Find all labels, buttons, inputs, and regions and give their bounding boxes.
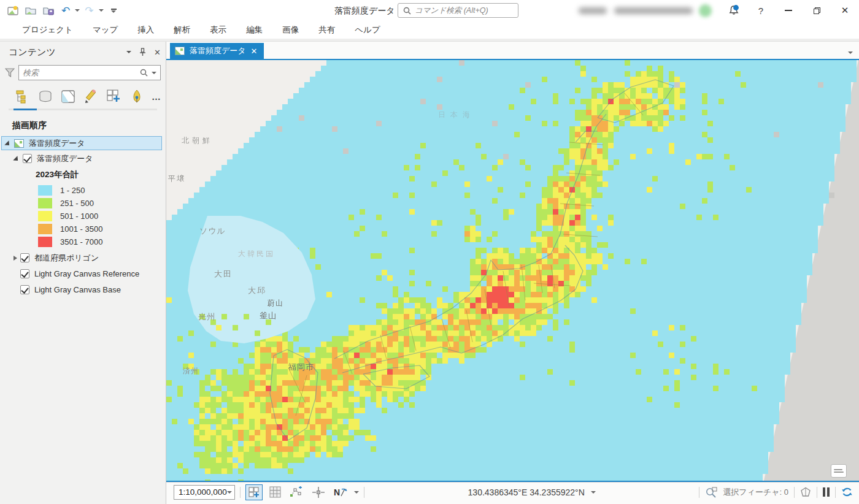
tree-item-map[interactable]: 落雷頻度データ: [1, 136, 162, 150]
ribbon-tab-edit[interactable]: 編集: [236, 21, 272, 39]
legend-class-row[interactable]: 3501 - 7000: [0, 235, 166, 248]
search-icon: [140, 69, 148, 77]
minimize-icon: [785, 10, 792, 11]
close-button[interactable]: ✕: [831, 0, 859, 21]
map-scale-value: 1:10,000,000: [179, 487, 227, 497]
tabstrip-chevron-icon[interactable]: [848, 52, 853, 54]
map-scale-select[interactable]: 1:10,000,000: [174, 485, 235, 500]
legend-class-label: 251 - 500: [60, 199, 94, 208]
restore-icon: [814, 7, 820, 14]
ribbon-tab-share[interactable]: 共有: [309, 21, 345, 39]
select-polygon-icon[interactable]: [800, 487, 811, 497]
layer-item-label: 落雷頻度データ: [37, 153, 93, 164]
snapping-button[interactable]: [310, 484, 327, 500]
legend-class-row[interactable]: 501 - 1000: [0, 210, 166, 223]
minimize-button[interactable]: [774, 0, 803, 21]
map-canvas[interactable]: [166, 60, 859, 481]
contents-toolbar: …: [0, 83, 166, 107]
divider: [240, 487, 241, 498]
layer-checkbox[interactable]: [23, 154, 32, 163]
reference-layer-label: Light Gray Canvas Reference: [34, 269, 139, 278]
ribbon-tab-view[interactable]: 表示: [200, 21, 236, 39]
more-options-icon[interactable]: …: [152, 91, 161, 102]
new-project-button[interactable]: [6, 4, 20, 17]
tree-item-prefecture-polygons[interactable]: 都道府県ポリゴン: [0, 251, 166, 265]
attribution-widget[interactable]: [831, 464, 847, 478]
undo-dropdown-chevron-icon[interactable]: [75, 9, 80, 12]
ribbon-tab-imagery[interactable]: 画像: [272, 21, 309, 39]
map-item-icon: [14, 139, 24, 148]
tree-item-lightgray-base[interactable]: Light Gray Canvas Base: [0, 283, 166, 297]
base-layer-label: Light Gray Canvas Base: [34, 285, 121, 294]
north-icon: N: [334, 487, 340, 497]
title-bar: ↶ ↷ 落雷頻度データ コマンド検索 (Alt+Q): [0, 0, 859, 21]
help-icon: ?: [758, 6, 763, 16]
map-view[interactable]: 日本海北朝鮮平壌ソウル大韓民国大田大邱蔚山釜山光州済州福岡市: [166, 59, 859, 482]
account-org-blurred[interactable]: [614, 7, 693, 14]
pause-drawing-button[interactable]: [823, 487, 830, 497]
pin-icon[interactable]: [139, 48, 147, 56]
pane-close-icon[interactable]: ✕: [154, 48, 161, 57]
contents-search-input[interactable]: 検索: [18, 65, 161, 80]
pane-menu-chevron-icon[interactable]: [126, 51, 131, 53]
open-project-button[interactable]: [24, 4, 38, 17]
edit-vertices-button[interactable]: [288, 484, 305, 500]
edit-pencil-icon[interactable]: [83, 90, 98, 104]
grid-view-button[interactable]: [268, 484, 283, 500]
status-right-group: 選択フィーチャ: 0: [699, 487, 853, 498]
undo-button[interactable]: ↶: [60, 4, 71, 17]
legend-swatch[interactable]: [38, 237, 52, 247]
legend-swatch[interactable]: [38, 198, 52, 208]
expander-icon[interactable]: [13, 256, 17, 261]
restore-button[interactable]: [803, 0, 831, 21]
help-button[interactable]: ?: [747, 0, 774, 21]
tree-item-lightgray-reference[interactable]: Light Gray Canvas Reference: [0, 267, 166, 281]
close-icon: ✕: [841, 5, 849, 16]
account-status-badge[interactable]: [699, 4, 712, 17]
ribbon-tab-insert[interactable]: 挿入: [128, 21, 164, 39]
command-search-input[interactable]: コマンド検索 (Alt+Q): [398, 3, 518, 18]
customize-quick-access-button[interactable]: [111, 9, 117, 13]
layer-checkbox[interactable]: [20, 285, 29, 294]
expander-icon[interactable]: [13, 156, 20, 162]
list-by-editing-icon[interactable]: [106, 89, 122, 104]
coordinate-display[interactable]: 130.4386345°E 34.2355922°N: [369, 487, 694, 497]
notifications-button[interactable]: [720, 0, 747, 21]
tab-close-icon[interactable]: ✕: [251, 47, 258, 56]
window-title: 落雷頻度データ: [334, 6, 395, 17]
divider: [817, 487, 817, 498]
list-by-drawing-order-icon[interactable]: [15, 90, 30, 104]
north-arrow-button[interactable]: N: [332, 484, 349, 500]
list-by-data-source-icon[interactable]: [38, 90, 53, 104]
redo-dropdown-chevron-icon[interactable]: [99, 9, 104, 12]
table-grid-icon: [269, 486, 281, 498]
ribbon-tab-project[interactable]: プロジェクト: [12, 21, 83, 39]
ribbon-tab-map[interactable]: マップ: [83, 21, 128, 39]
filter-funnel-icon[interactable]: [5, 68, 15, 77]
layout-grid-button[interactable]: [245, 484, 263, 500]
refresh-icon[interactable]: [841, 487, 853, 498]
tree-item-layer[interactable]: 落雷頻度データ: [0, 151, 166, 166]
legend-class-row[interactable]: 1001 - 3500: [0, 223, 166, 235]
active-tab-indicator: [13, 109, 37, 110]
map-view-tab[interactable]: 落雷頻度データ ✕: [170, 43, 264, 59]
nav-chevron-icon[interactable]: [354, 491, 359, 494]
selection-zoom-icon[interactable]: [705, 487, 717, 498]
label-pen-icon[interactable]: [130, 89, 144, 104]
save-project-button[interactable]: [42, 4, 56, 17]
selected-features-label[interactable]: 選択フィーチャ: 0: [723, 487, 788, 498]
legend-swatch[interactable]: [38, 185, 52, 196]
ribbon-tab-help[interactable]: ヘルプ: [345, 21, 390, 39]
list-by-snapping-icon[interactable]: [61, 90, 75, 104]
expander-icon[interactable]: [4, 140, 11, 147]
legend-swatch[interactable]: [38, 211, 52, 221]
legend-class-row[interactable]: 251 - 500: [0, 197, 166, 210]
layer-checkbox[interactable]: [20, 253, 29, 262]
account-name-blurred[interactable]: [579, 7, 607, 14]
ribbon-tab-analysis[interactable]: 解析: [164, 21, 200, 39]
legend-swatch[interactable]: [38, 224, 52, 234]
search-dropdown-chevron-icon[interactable]: [152, 72, 156, 74]
legend-class-row[interactable]: 1 - 250: [0, 184, 166, 197]
layer-checkbox[interactable]: [20, 269, 29, 278]
redo-button[interactable]: ↷: [83, 4, 94, 17]
